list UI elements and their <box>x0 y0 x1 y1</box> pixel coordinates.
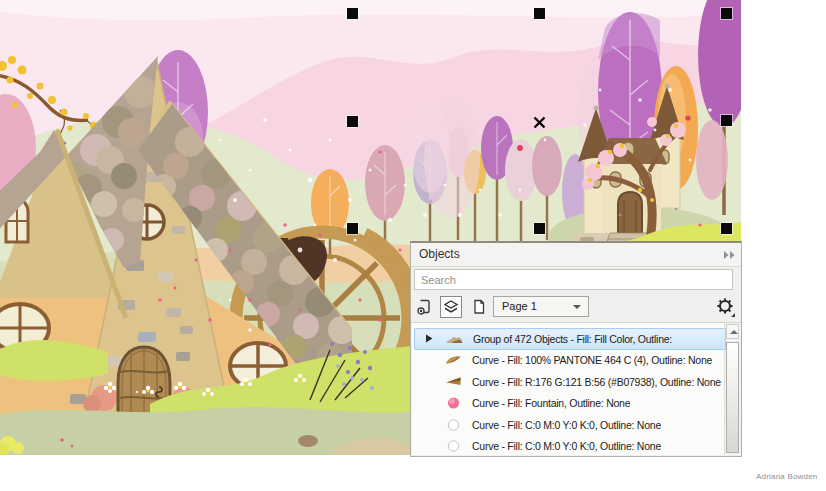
object-row[interactable]: Curve - Fill: 100% PANTONE 464 C (4), Ou… <box>414 350 726 372</box>
object-row-label: Curve - Fill: C:0 M:0 Y:0 K:0, Outline: … <box>472 440 661 452</box>
object-row[interactable]: Group of 472 Objects - Fill: Fill Color,… <box>414 328 726 350</box>
scrollbar-thumb[interactable] <box>726 342 739 453</box>
layer-manager-view-icon[interactable] <box>440 296 462 318</box>
gear-icon[interactable] <box>714 296 736 318</box>
white-circle-thumbnail <box>445 419 462 431</box>
scroll-up-button[interactable] <box>726 324 739 339</box>
white-circle-thumbnail <box>445 440 462 452</box>
double-chevron-right-icon[interactable] <box>723 250 736 260</box>
docker-toolbar: Page 1 <box>411 293 741 323</box>
object-row-label: Curve - Fill: 100% PANTONE 464 C (4), Ou… <box>472 354 712 366</box>
object-row[interactable]: Curve - Fill: R:176 G:121 B:56 (#B07938)… <box>414 371 726 393</box>
object-row[interactable]: Curve - Fill: C:0 M:0 Y:0 K:0, Outline: … <box>414 436 726 456</box>
artist-credit: Adriana Bowden <box>756 472 818 481</box>
object-row-label: Curve - Fill: Fountain, Outline: None <box>472 397 630 409</box>
object-row-label: Group of 472 Objects - Fill: Fill Color,… <box>473 333 672 345</box>
brown-swoosh-thumbnail <box>445 354 462 366</box>
list-scrollbar[interactable] <box>724 323 740 455</box>
brown-wedge-thumbnail <box>445 376 462 388</box>
arrow-up-icon <box>730 330 738 334</box>
app-window: Objects Page 1 <box>0 0 826 491</box>
search-input[interactable] <box>414 269 733 290</box>
object-row[interactable]: Curve - Fill: Fountain, Outline: None <box>414 393 726 415</box>
group-artwork-thumbnail <box>446 333 463 345</box>
pink-fountain-circle-thumbnail <box>445 397 462 409</box>
object-row-label: Curve - Fill: R:176 G:121 B:56 (#B07938)… <box>472 376 721 388</box>
objects-list: Group of 472 Objects - Fill: Fill Color,… <box>412 323 740 455</box>
docker-title: Objects <box>419 243 460 266</box>
triangle-right-icon[interactable] <box>425 334 439 343</box>
new-page-icon[interactable] <box>468 296 490 318</box>
object-row[interactable]: Curve - Fill: C:0 M:0 Y:0 K:0, Outline: … <box>414 414 726 436</box>
objects-docker: Objects Page 1 <box>410 241 742 457</box>
object-row-label: Curve - Fill: C:0 M:0 Y:0 K:0, Outline: … <box>472 419 661 431</box>
page-properties-icon[interactable] <box>414 296 436 318</box>
page-selector[interactable]: Page 1 <box>493 296 589 317</box>
chevron-down-icon <box>573 305 581 309</box>
docker-title-bar: Objects <box>411 243 741 267</box>
page-selector-value: Page 1 <box>502 297 537 316</box>
